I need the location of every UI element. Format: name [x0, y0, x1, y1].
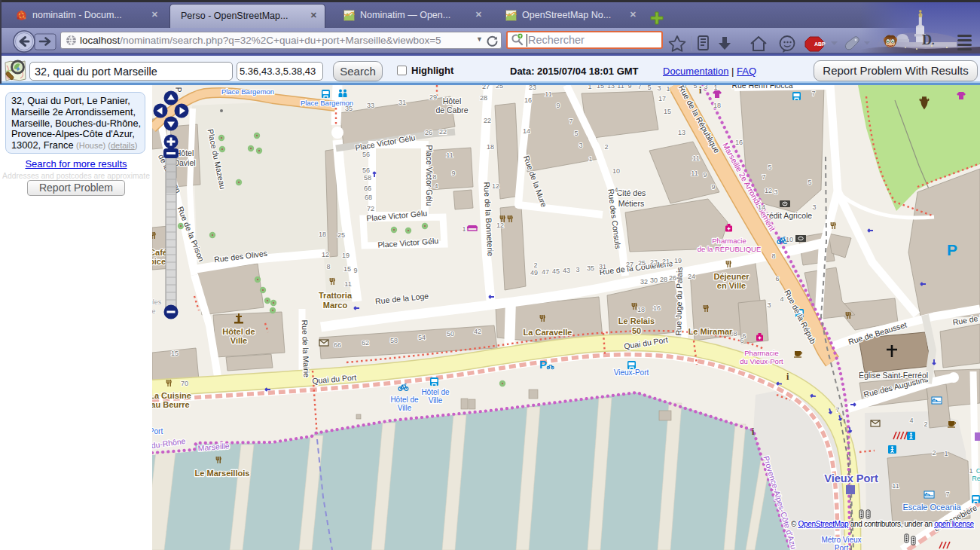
svg-text:35: 35	[345, 105, 353, 112]
svg-text:16: 16	[735, 139, 743, 146]
svg-text:32: 32	[640, 278, 648, 286]
svg-text:9: 9	[353, 267, 357, 274]
svg-text:Hôtel de: Hôtel de	[421, 388, 450, 396]
svg-text:du Vieux-Port: du Vieux-Port	[740, 357, 783, 365]
svg-text:22: 22	[439, 128, 447, 136]
svg-text:Rue Henri Fiocca: Rue Henri Fiocca	[731, 85, 792, 90]
svg-text:5: 5	[574, 130, 578, 137]
svg-text:Cité des: Cité des	[617, 188, 646, 197]
svg-text:9: 9	[703, 171, 707, 179]
svg-text:4: 4	[614, 186, 618, 194]
svg-text:Trattoria: Trattoria	[319, 291, 353, 300]
svg-text:12: 12	[496, 222, 504, 229]
svg-text:18: 18	[487, 143, 494, 151]
svg-text:45: 45	[552, 267, 560, 275]
svg-text:1: 1	[588, 85, 591, 90]
svg-text:7: 7	[811, 90, 815, 97]
svg-text:23: 23	[650, 258, 658, 266]
svg-text:33: 33	[367, 102, 374, 109]
svg-text:23: 23	[529, 85, 536, 91]
svg-text:ABP: ABP	[814, 41, 826, 47]
svg-text:Hôtel de: Hôtel de	[222, 327, 255, 336]
svg-text:e: e	[152, 307, 156, 315]
svg-text:19: 19	[342, 252, 350, 259]
svg-text:11: 11	[692, 154, 699, 162]
svg-text:11: 11	[344, 280, 351, 288]
svg-text:4: 4	[434, 182, 438, 190]
svg-text:15: 15	[597, 85, 604, 90]
svg-text:Place Bargemon: Place Bargemon	[221, 87, 274, 96]
svg-text:25: 25	[496, 85, 503, 90]
svg-text:© OpenStreetMap and contributo: © OpenStreetMap and contributors, under …	[791, 520, 974, 528]
svg-text:31: 31	[599, 263, 606, 270]
svg-text:1: 1	[588, 155, 592, 163]
svg-text:9: 9	[556, 102, 560, 109]
svg-text:42: 42	[474, 328, 481, 335]
svg-text:de la RÉPUBLIQUE: de la RÉPUBLIQUE	[698, 245, 761, 253]
svg-text:58: 58	[364, 174, 371, 182]
svg-text:1: 1	[969, 467, 972, 475]
svg-text:27: 27	[626, 261, 633, 268]
svg-text:21: 21	[662, 258, 670, 265]
svg-text:12: 12	[492, 182, 499, 190]
svg-text:19: 19	[674, 257, 682, 264]
svg-text:7: 7	[835, 406, 839, 414]
svg-text:3: 3	[579, 142, 582, 149]
svg-text:11: 11	[691, 170, 698, 177]
svg-text:22: 22	[484, 117, 491, 124]
svg-text:Le Marseillois: Le Marseillois	[195, 469, 250, 478]
svg-text:68: 68	[365, 194, 372, 201]
svg-text:30: 30	[650, 277, 658, 284]
svg-text:ules: ules	[152, 298, 162, 306]
svg-text:Marco: Marco	[323, 301, 348, 310]
svg-text:18: 18	[319, 231, 326, 238]
svg-text:7: 7	[683, 85, 687, 90]
svg-text:1: 1	[462, 225, 466, 233]
svg-text:1: 1	[666, 85, 670, 93]
svg-text:Église Saint-Ferréol: Église Saint-Ferréol	[859, 371, 928, 380]
svg-text:66: 66	[364, 185, 371, 192]
svg-text:Hôtel de: Hôtel de	[390, 396, 419, 404]
svg-text:Daviel: Daviel	[173, 158, 195, 167]
svg-text:8: 8	[771, 252, 775, 260]
svg-text:2: 2	[932, 449, 936, 457]
svg-text:25: 25	[638, 259, 646, 267]
svg-text:La Caravelle: La Caravelle	[524, 328, 572, 337]
svg-text:17: 17	[658, 95, 666, 102]
svg-text:P: P	[174, 87, 182, 93]
svg-text:27: 27	[482, 85, 490, 90]
svg-text:6: 6	[775, 275, 779, 283]
svg-text:9: 9	[451, 170, 455, 177]
svg-text:49: 49	[530, 269, 538, 277]
svg-text:24: 24	[688, 273, 695, 280]
svg-text:15: 15	[664, 108, 671, 115]
svg-text:11: 11	[892, 482, 899, 490]
svg-text:5: 5	[693, 85, 697, 90]
svg-text:10: 10	[612, 167, 620, 175]
svg-text:Le Miramar: Le Miramar	[688, 327, 733, 336]
svg-text:7: 7	[637, 85, 641, 90]
svg-text:en Ville: en Ville	[717, 281, 746, 290]
svg-text:10: 10	[786, 236, 793, 243]
svg-text:35: 35	[587, 264, 594, 272]
svg-text:Déjeuner: Déjeuner	[713, 272, 750, 281]
svg-text:4: 4	[909, 417, 913, 424]
svg-text:54: 54	[418, 334, 426, 341]
svg-text:9: 9	[627, 85, 631, 90]
svg-text:3: 3	[575, 266, 579, 273]
svg-text:Le Relais: Le Relais	[618, 316, 655, 325]
svg-text:13: 13	[607, 85, 615, 90]
svg-text:43: 43	[563, 267, 570, 274]
svg-text:50: 50	[447, 330, 454, 338]
svg-text:7: 7	[945, 490, 949, 498]
svg-text:62: 62	[362, 339, 369, 347]
svg-text:au Beurre: au Beurre	[152, 400, 190, 409]
svg-text:25: 25	[337, 231, 345, 239]
svg-text:Rei: Rei	[972, 475, 980, 482]
svg-text:47: 47	[542, 268, 549, 276]
svg-text:Ville: Ville	[398, 404, 412, 412]
svg-text:3: 3	[774, 188, 777, 196]
svg-text:9: 9	[711, 183, 715, 191]
svg-text:de Cabre: de Cabre	[435, 105, 468, 115]
svg-text:P: P	[539, 358, 547, 371]
